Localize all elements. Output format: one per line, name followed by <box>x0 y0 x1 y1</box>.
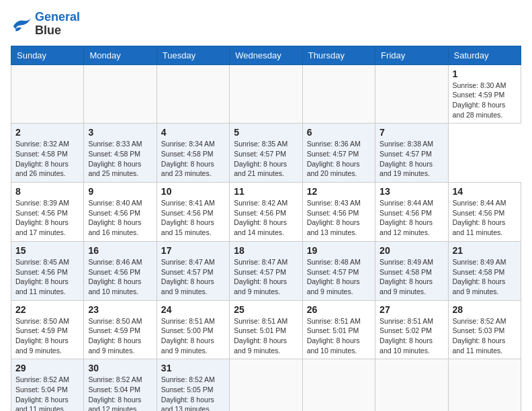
day-info: Sunrise: 8:49 AMSunset: 4:58 PMDaylight:… <box>453 257 517 297</box>
day-number: 2 <box>15 127 79 138</box>
calendar-cell: 25 Sunrise: 8:51 AMSunset: 5:01 PMDaylig… <box>230 300 302 359</box>
day-info: Sunrise: 8:48 AMSunset: 4:57 PMDaylight:… <box>307 257 371 297</box>
logo: GeneralBlue <box>11 11 80 38</box>
day-info: Sunrise: 8:47 AMSunset: 4:57 PMDaylight:… <box>234 257 298 297</box>
calendar-week-6: 29 Sunrise: 8:52 AMSunset: 5:04 PMDaylig… <box>11 359 521 411</box>
calendar-cell <box>230 64 302 124</box>
calendar-cell: 2 Sunrise: 8:32 AMSunset: 4:58 PMDayligh… <box>11 124 84 183</box>
calendar-cell <box>448 359 521 411</box>
day-number: 28 <box>453 304 517 315</box>
day-number: 31 <box>161 363 225 373</box>
day-info: Sunrise: 8:36 AMSunset: 4:57 PMDaylight:… <box>307 139 371 179</box>
calendar-cell: 29 Sunrise: 8:52 AMSunset: 5:04 PMDaylig… <box>11 359 84 411</box>
day-info: Sunrise: 8:44 AMSunset: 4:56 PMDaylight:… <box>380 198 443 238</box>
day-number: 29 <box>15 363 79 373</box>
day-info: Sunrise: 8:39 AMSunset: 4:56 PMDaylight:… <box>15 198 79 238</box>
calendar-cell: 16 Sunrise: 8:46 AMSunset: 4:56 PMDaylig… <box>84 241 157 300</box>
day-number: 1 <box>453 68 517 79</box>
calendar-cell: 11 Sunrise: 8:42 AMSunset: 4:56 PMDaylig… <box>230 183 302 242</box>
calendar-cell: 30 Sunrise: 8:52 AMSunset: 5:04 PMDaylig… <box>84 359 157 411</box>
day-info: Sunrise: 8:38 AMSunset: 4:57 PMDaylight:… <box>380 139 443 179</box>
day-number: 13 <box>380 186 443 197</box>
calendar-cell: 17 Sunrise: 8:47 AMSunset: 4:57 PMDaylig… <box>157 241 229 300</box>
day-info: Sunrise: 8:51 AMSunset: 5:01 PMDaylight:… <box>307 316 371 356</box>
day-info: Sunrise: 8:52 AMSunset: 5:04 PMDaylight:… <box>88 375 152 411</box>
calendar-cell: 19 Sunrise: 8:48 AMSunset: 4:57 PMDaylig… <box>302 241 375 300</box>
day-number: 12 <box>307 186 371 197</box>
calendar-week-1: 1 Sunrise: 8:30 AMSunset: 4:59 PMDayligh… <box>11 64 521 124</box>
day-info: Sunrise: 8:51 AMSunset: 5:02 PMDaylight:… <box>380 316 443 356</box>
day-number: 6 <box>307 127 371 138</box>
header-friday: Friday <box>375 46 448 64</box>
calendar-cell: 31 Sunrise: 8:52 AMSunset: 5:05 PMDaylig… <box>157 359 229 411</box>
day-number: 15 <box>15 245 79 256</box>
calendar-cell: 18 Sunrise: 8:47 AMSunset: 4:57 PMDaylig… <box>230 241 302 300</box>
day-info: Sunrise: 8:47 AMSunset: 4:57 PMDaylight:… <box>161 257 225 297</box>
day-number: 19 <box>307 245 371 256</box>
calendar-cell <box>11 64 84 124</box>
calendar-cell: 24 Sunrise: 8:51 AMSunset: 5:00 PMDaylig… <box>157 300 229 359</box>
day-info: Sunrise: 8:33 AMSunset: 4:58 PMDaylight:… <box>88 139 152 179</box>
calendar-cell: 3 Sunrise: 8:33 AMSunset: 4:58 PMDayligh… <box>84 124 157 183</box>
calendar-cell <box>230 359 302 411</box>
header-wednesday: Wednesday <box>230 46 302 64</box>
day-info: Sunrise: 8:43 AMSunset: 4:56 PMDaylight:… <box>307 198 371 238</box>
day-info: Sunrise: 8:42 AMSunset: 4:56 PMDaylight:… <box>234 198 298 238</box>
calendar-cell <box>302 64 375 124</box>
day-info: Sunrise: 8:30 AMSunset: 4:59 PMDaylight:… <box>453 81 517 120</box>
calendar-cell: 4 Sunrise: 8:34 AMSunset: 4:58 PMDayligh… <box>157 124 229 183</box>
day-number: 16 <box>88 245 152 256</box>
calendar-cell: 8 Sunrise: 8:39 AMSunset: 4:56 PMDayligh… <box>11 183 84 242</box>
header-monday: Monday <box>84 46 157 64</box>
day-info: Sunrise: 8:51 AMSunset: 5:00 PMDaylight:… <box>161 316 225 356</box>
calendar-week-5: 22 Sunrise: 8:50 AMSunset: 4:59 PMDaylig… <box>11 300 521 359</box>
day-info: Sunrise: 8:35 AMSunset: 4:57 PMDaylight:… <box>234 139 298 179</box>
day-info: Sunrise: 8:44 AMSunset: 4:56 PMDaylight:… <box>453 198 517 238</box>
calendar-cell <box>302 359 375 411</box>
day-number: 5 <box>234 127 298 138</box>
day-number: 9 <box>88 186 152 197</box>
calendar-cell: 20 Sunrise: 8:49 AMSunset: 4:58 PMDaylig… <box>375 241 448 300</box>
logo-icon <box>11 15 32 34</box>
calendar-cell: 27 Sunrise: 8:51 AMSunset: 5:02 PMDaylig… <box>375 300 448 359</box>
day-number: 18 <box>234 245 298 256</box>
day-number: 10 <box>161 186 225 197</box>
header-thursday: Thursday <box>302 46 375 64</box>
calendar-cell <box>375 64 448 124</box>
calendar-week-3: 8 Sunrise: 8:39 AMSunset: 4:56 PMDayligh… <box>11 183 521 242</box>
day-number: 20 <box>380 245 443 256</box>
calendar-header-row: SundayMondayTuesdayWednesdayThursdayFrid… <box>11 46 521 64</box>
calendar-cell: 6 Sunrise: 8:36 AMSunset: 4:57 PMDayligh… <box>302 124 375 183</box>
day-info: Sunrise: 8:52 AMSunset: 5:05 PMDaylight:… <box>161 375 225 411</box>
calendar-cell: 22 Sunrise: 8:50 AMSunset: 4:59 PMDaylig… <box>11 300 84 359</box>
day-info: Sunrise: 8:51 AMSunset: 5:01 PMDaylight:… <box>234 316 298 356</box>
day-number: 25 <box>234 304 298 315</box>
header-sunday: Sunday <box>11 46 84 64</box>
calendar-week-2: 2 Sunrise: 8:32 AMSunset: 4:58 PMDayligh… <box>11 124 521 183</box>
calendar-cell <box>157 64 229 124</box>
calendar-week-4: 15 Sunrise: 8:45 AMSunset: 4:56 PMDaylig… <box>11 241 521 300</box>
day-number: 27 <box>380 304 443 315</box>
calendar-cell: 1 Sunrise: 8:30 AMSunset: 4:59 PMDayligh… <box>448 64 521 124</box>
day-info: Sunrise: 8:40 AMSunset: 4:56 PMDaylight:… <box>88 198 152 238</box>
day-number: 26 <box>307 304 371 315</box>
calendar-cell: 10 Sunrise: 8:41 AMSunset: 4:56 PMDaylig… <box>157 183 229 242</box>
day-number: 30 <box>88 363 152 373</box>
day-info: Sunrise: 8:52 AMSunset: 5:04 PMDaylight:… <box>15 375 79 411</box>
day-number: 22 <box>15 304 79 315</box>
header-saturday: Saturday <box>448 46 521 64</box>
page-header: GeneralBlue <box>11 11 521 38</box>
day-info: Sunrise: 8:34 AMSunset: 4:58 PMDaylight:… <box>161 139 225 179</box>
day-number: 7 <box>380 127 443 138</box>
day-number: 24 <box>161 304 225 315</box>
calendar-cell: 12 Sunrise: 8:43 AMSunset: 4:56 PMDaylig… <box>302 183 375 242</box>
day-number: 3 <box>88 127 152 138</box>
day-info: Sunrise: 8:45 AMSunset: 4:56 PMDaylight:… <box>15 257 79 297</box>
calendar-cell: 5 Sunrise: 8:35 AMSunset: 4:57 PMDayligh… <box>230 124 302 183</box>
day-info: Sunrise: 8:41 AMSunset: 4:56 PMDaylight:… <box>161 198 225 238</box>
calendar-cell: 14 Sunrise: 8:44 AMSunset: 4:56 PMDaylig… <box>448 183 521 242</box>
day-number: 11 <box>234 186 298 197</box>
calendar-table: SundayMondayTuesdayWednesdayThursdayFrid… <box>11 46 521 411</box>
calendar-cell: 9 Sunrise: 8:40 AMSunset: 4:56 PMDayligh… <box>84 183 157 242</box>
day-info: Sunrise: 8:50 AMSunset: 4:59 PMDaylight:… <box>15 316 79 356</box>
